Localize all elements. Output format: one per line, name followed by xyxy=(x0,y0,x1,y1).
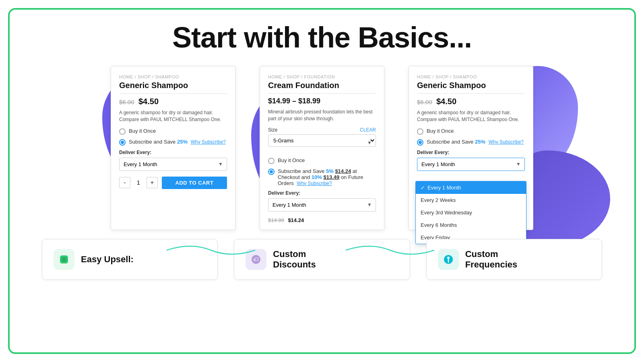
product-desc-3: A generic shampoo for dry or damaged hai… xyxy=(417,109,525,123)
radio-once-2[interactable]: Buy it Once xyxy=(268,157,376,164)
price-range-2: $14.99 – $18.99 xyxy=(268,97,320,105)
radio-dot-1 xyxy=(121,141,124,144)
price-old-1: $6.00 xyxy=(119,99,134,105)
svg-point-5 xyxy=(447,257,450,259)
radio-circle-sub-1 xyxy=(119,139,126,146)
why-subscribe-link-3[interactable]: Why Subscribe? xyxy=(489,139,524,145)
radio-dot-3 xyxy=(419,141,422,144)
bottom-price-new: $14.24 xyxy=(288,217,304,223)
bottom-price-area: $14.99 $14.24 xyxy=(268,217,376,223)
breadcrumb-3: HOME / SHOP / SHAMPOO xyxy=(417,74,525,79)
size-select-wrap: 5-Grams 10-Grams ▼ xyxy=(268,134,376,152)
subscribe-label-2: Subscribe and Save 5% $14.24 at Checkout… xyxy=(278,168,376,186)
subscribe-percent-2a: 5% xyxy=(326,168,335,174)
product-desc-1: A generic shampoo for dry or damaged hai… xyxy=(119,109,227,123)
radio-circle-once-2 xyxy=(268,158,275,164)
feature-title-2: CustomDiscounts xyxy=(273,249,316,270)
product-title-3: Generic Shampoo xyxy=(417,81,525,90)
deliver-label-2: Deliver Every: xyxy=(268,190,376,196)
radio-label-once-2: Buy it Once xyxy=(278,157,305,163)
breadcrumb-1: HOME / SHOP / SHAMPOO xyxy=(119,74,227,79)
why-subscribe-link-2[interactable]: Why Subscribe? xyxy=(297,181,332,186)
radio-once-1[interactable]: Buy it Once xyxy=(119,128,227,135)
checkmark-icon: ✓ xyxy=(421,185,425,191)
qty-minus-btn[interactable]: - xyxy=(119,177,130,188)
product-title-1: Generic Shampoo xyxy=(119,81,227,90)
add-to-cart-button[interactable]: ADD TO CART xyxy=(162,177,227,189)
features-row: Easy Upsell: 🏷 CustomDiscounts CustomFre… xyxy=(10,230,634,280)
cart-row-1: - 1 + ADD TO CART xyxy=(119,177,227,189)
deliver-label-3: Deliver Every: xyxy=(417,150,525,155)
frequency-wrap-2: Every 1 Month Every 2 Weeks ▼ xyxy=(268,198,376,212)
connector-1 xyxy=(167,242,255,258)
subscribe-price1: $14.24 xyxy=(335,168,351,174)
card-shampoo-2: HOME / SHOP / SHAMPOO Generic Shampoo $6… xyxy=(409,66,533,230)
price-area-1: $6.00 $4.50 xyxy=(119,97,227,106)
dropdown-item-6-months[interactable]: Every 6 Months xyxy=(416,219,526,231)
card-foundation: HOME / SHOP / FOUNDATION Cream Foundatio… xyxy=(260,66,384,230)
size-select[interactable]: 5-Grams 10-Grams xyxy=(268,134,376,147)
qty-value: 1 xyxy=(134,179,142,186)
feature-title-1: Easy Upsell: xyxy=(81,254,134,265)
feature-custom-frequencies: CustomFrequencies xyxy=(426,239,602,280)
breadcrumb-2: HOME / SHOP / FOUNDATION xyxy=(268,74,376,79)
deliver-label-1: Deliver Every: xyxy=(119,150,227,155)
card-shampoo-1: HOME / SHOP / SHAMPOO Generic Shampoo $6… xyxy=(111,66,235,230)
cards-row: HOME / SHOP / SHAMPOO Generic Shampoo $6… xyxy=(10,58,634,230)
radio-subscribe-2[interactable]: Subscribe and Save 5% $14.24 at Checkout… xyxy=(268,168,376,186)
radio-circle-sub-2 xyxy=(268,169,275,175)
subscribe-percent-2b: 10% xyxy=(312,174,322,180)
easy-upsell-icon xyxy=(54,249,74,270)
subscribe-percent-1: 25% xyxy=(177,139,188,145)
size-clear-btn[interactable]: CLEAR xyxy=(360,127,376,133)
frequency-wrap-3: Every 1 Month ▼ xyxy=(417,158,525,171)
radio-once-3[interactable]: Buy it Once xyxy=(417,128,525,135)
connector-2 xyxy=(346,242,434,258)
svg-rect-1 xyxy=(62,257,66,262)
product-title-2: Cream Foundation xyxy=(268,81,376,90)
radio-circle-sub-3 xyxy=(417,139,423,146)
price-area-3: $6.00 $4.50 xyxy=(417,97,525,106)
qty-plus-btn[interactable]: + xyxy=(147,177,158,188)
radio-subscribe-1[interactable]: Subscribe and Save 25% Why Subscribe? xyxy=(119,139,227,146)
feature-title-3: CustomFrequencies xyxy=(465,249,518,270)
divider-2 xyxy=(268,93,376,94)
radio-circle-once-3 xyxy=(417,128,423,135)
frequency-select-2[interactable]: Every 1 Month Every 2 Weeks xyxy=(268,198,376,212)
subscribe-label-3: Subscribe and Save 25% Why Subscribe? xyxy=(427,139,524,145)
custom-frequencies-icon xyxy=(438,249,459,270)
price-new-3: $4.50 xyxy=(436,97,456,106)
radio-label-once-1: Buy it Once xyxy=(129,128,156,134)
price-area-2: $14.99 – $18.99 xyxy=(268,97,376,105)
frequency-display-3[interactable]: Every 1 Month xyxy=(417,158,525,171)
dropdown-item-3rd-wednesday[interactable]: Every 3rd Wednesday xyxy=(416,206,526,219)
why-subscribe-link-1[interactable]: Why Subscribe? xyxy=(191,139,226,145)
dropdown-item-2-weeks[interactable]: Every 2 Weeks xyxy=(416,194,526,206)
frequency-select-1[interactable]: Every 1 Month Every 2 Weeks Every 3rd We… xyxy=(119,158,227,171)
radio-label-once-3: Buy it Once xyxy=(427,128,454,134)
dropdown-item-1-month[interactable]: ✓Every 1 Month xyxy=(416,181,526,194)
subscribe-label-1: Subscribe and Save 25% Why Subscribe? xyxy=(129,139,226,145)
frequency-wrap-1: Every 1 Month Every 2 Weeks Every 3rd We… xyxy=(119,158,227,171)
radio-dot-2 xyxy=(270,170,273,173)
price-old-3: $6.00 xyxy=(417,99,432,105)
radio-circle-once-1 xyxy=(119,128,126,135)
radio-subscribe-3[interactable]: Subscribe and Save 25% Why Subscribe? xyxy=(417,139,525,146)
subscribe-percent-3: 25% xyxy=(475,139,485,145)
product-desc-2: Mineral airbrush pressed foundation lets… xyxy=(268,109,376,122)
page-title: Start with the Basics... xyxy=(10,10,634,58)
subscribe-price2: $13.49 xyxy=(324,174,340,180)
size-label: Size CLEAR xyxy=(268,127,376,133)
bottom-price-old: $14.99 xyxy=(268,217,284,223)
divider-1 xyxy=(119,93,227,94)
price-new-1: $4.50 xyxy=(138,97,159,106)
divider-3 xyxy=(417,93,525,94)
outer-border: Start with the Basics... HOME / SHOP / S… xyxy=(8,8,636,354)
